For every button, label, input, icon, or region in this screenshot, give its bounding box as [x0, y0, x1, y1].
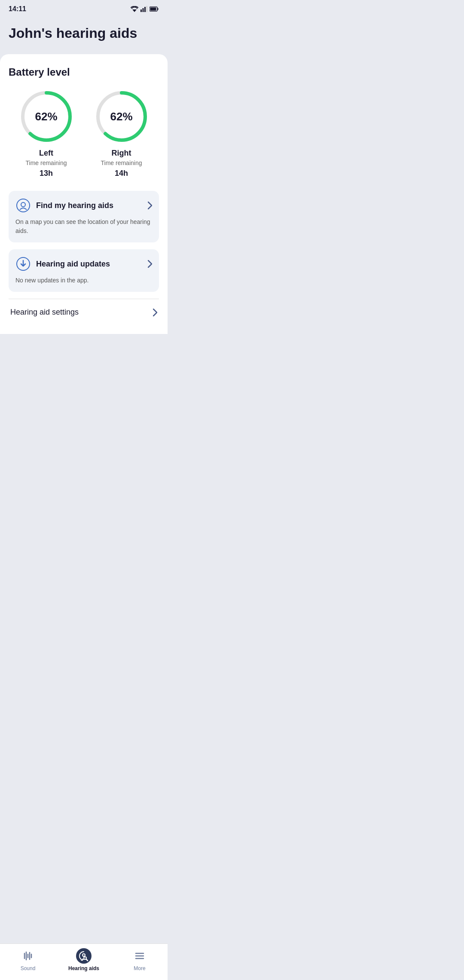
battery-right-remaining-value: 14h: [115, 169, 128, 178]
signal-icon: [140, 6, 147, 12]
find-card-header: Find my hearing aids: [15, 198, 152, 213]
battery-section: 62% Left Time remaining 13h 62% Right Ti…: [9, 89, 159, 178]
find-icon: [15, 198, 31, 213]
battery-right-label: Right: [112, 149, 131, 158]
wifi-icon: [131, 6, 138, 12]
page-title: John's hearing aids: [9, 25, 159, 41]
battery-left-remaining-label: Time remaining: [26, 159, 67, 166]
find-description: On a map you can see the location of you…: [15, 217, 152, 236]
battery-icon: [150, 6, 159, 12]
updates-chevron-icon: [148, 260, 152, 268]
settings-label: Hearing aid settings: [10, 308, 79, 317]
status-icons: [131, 6, 159, 12]
battery-left-label: Left: [39, 149, 53, 158]
updates-title: Hearing aid updates: [36, 260, 110, 269]
battery-section-title: Battery level: [9, 66, 159, 78]
battery-right: 62% Right Time remaining 14h: [94, 89, 150, 178]
battery-left-circle: 62%: [18, 89, 74, 144]
svg-rect-1: [140, 9, 142, 12]
hearing-aid-settings-row[interactable]: Hearing aid settings: [9, 299, 159, 325]
battery-left-remaining-value: 13h: [40, 169, 53, 178]
battery-left: 62% Left Time remaining 13h: [18, 89, 74, 178]
settings-chevron-icon: [153, 309, 157, 316]
svg-rect-4: [147, 6, 148, 12]
svg-point-12: [17, 199, 30, 212]
find-title: Find my hearing aids: [36, 201, 113, 210]
battery-left-percent: 62%: [35, 110, 57, 123]
updates-description: No new updates in the app.: [15, 276, 152, 285]
status-bar: 14:11: [0, 0, 168, 16]
find-hearing-aids-card[interactable]: Find my hearing aids On a map you can se…: [9, 191, 159, 242]
svg-marker-0: [132, 9, 137, 12]
find-card-left: Find my hearing aids: [15, 198, 113, 213]
svg-rect-6: [158, 8, 159, 10]
battery-right-remaining-label: Time remaining: [101, 159, 142, 166]
status-time: 14:11: [9, 5, 26, 13]
battery-right-percent: 62%: [110, 110, 132, 123]
find-chevron-icon: [148, 202, 152, 209]
page-header: John's hearing aids: [0, 16, 168, 54]
hearing-aid-updates-card[interactable]: Hearing aid updates No new updates in th…: [9, 249, 159, 292]
battery-right-circle: 62%: [94, 89, 150, 144]
svg-rect-3: [144, 7, 146, 12]
svg-rect-2: [143, 8, 144, 12]
updates-icon: [15, 256, 31, 272]
svg-rect-7: [150, 8, 156, 11]
updates-card-left: Hearing aid updates: [15, 256, 110, 272]
main-card: Battery level 62% Left Time remaining 13…: [0, 54, 168, 334]
svg-point-13: [21, 202, 25, 207]
updates-card-header: Hearing aid updates: [15, 256, 152, 272]
